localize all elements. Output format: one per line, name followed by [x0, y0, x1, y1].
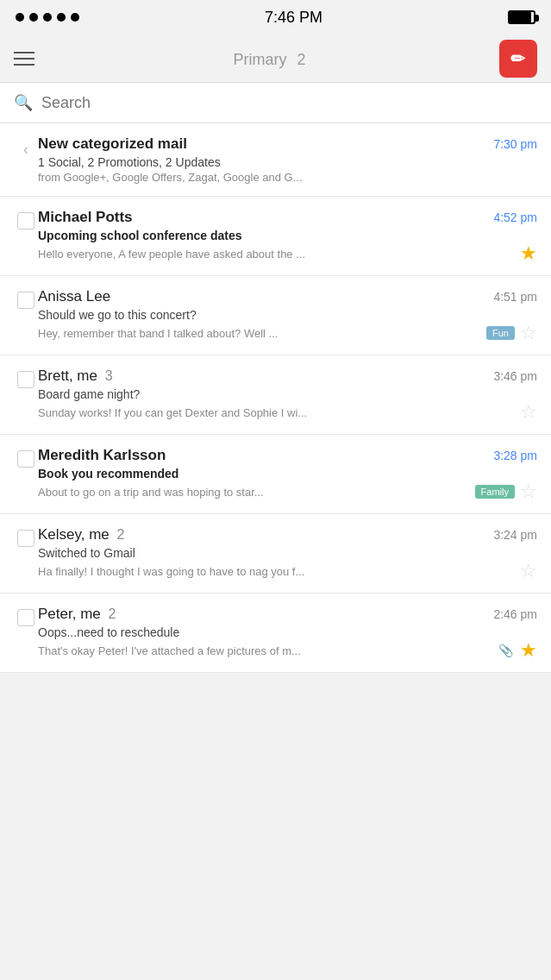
sender-name: Brett, me 3 [38, 368, 113, 385]
email-content: Michael Potts 4:52 pm Upcoming school co… [38, 209, 537, 263]
email-time: 2:46 pm [493, 607, 537, 621]
email-checkbox[interactable] [17, 530, 34, 547]
email-checkbox[interactable] [17, 371, 34, 388]
hamburger-line-3 [14, 64, 34, 66]
email-subject: Oops...need to reschedule [38, 625, 537, 639]
email-time: 3:24 pm [493, 528, 537, 542]
signal-dots [16, 13, 79, 22]
page-title: Primary 2 [228, 47, 305, 70]
signal-dot-4 [57, 13, 66, 22]
checkbox-area[interactable] [14, 606, 38, 626]
email-checkbox[interactable] [17, 212, 34, 229]
notification-time: 7:30 pm [493, 137, 537, 151]
chevron-left-icon: ‹ [14, 135, 38, 159]
email-preview: Hello everyone, A few people have asked … [38, 248, 513, 261]
star-button[interactable]: ☆ [520, 324, 537, 342]
email-preview-row: Sunday works! If you can get Dexter and … [38, 403, 537, 422]
email-subject: Upcoming school conference dates [38, 229, 537, 242]
checkbox-area[interactable] [14, 368, 38, 388]
email-preview: Sunday works! If you can get Dexter and … [38, 406, 513, 419]
email-row[interactable]: Michael Potts 4:52 pm Upcoming school co… [0, 197, 551, 276]
email-time: 3:46 pm [493, 369, 537, 383]
email-time: 4:52 pm [493, 210, 537, 224]
email-actions: 📎 ★ [498, 641, 537, 660]
notification-row[interactable]: ‹ New categorized mail 7:30 pm 1 Social,… [0, 123, 551, 197]
sender-name: Anissa Lee [38, 288, 110, 305]
tag-badge: Family [475, 485, 515, 499]
signal-dot-5 [71, 13, 79, 22]
battery-icon [508, 10, 535, 24]
star-button[interactable]: ★ [520, 244, 537, 263]
email-preview: About to go on a trip and was hoping to … [38, 486, 468, 499]
star-button[interactable]: ★ [520, 641, 537, 660]
email-checkbox[interactable] [17, 292, 34, 309]
notification-preview: from Google+, Google Offers, Zagat, Goog… [38, 171, 537, 184]
email-list: ‹ New categorized mail 7:30 pm 1 Social,… [0, 123, 551, 673]
email-time: 4:51 pm [493, 290, 537, 304]
email-row[interactable]: Peter, me 2 2:46 pm Oops...need to resch… [0, 594, 551, 673]
email-content: Peter, me 2 2:46 pm Oops...need to resch… [38, 606, 537, 660]
email-checkbox[interactable] [17, 450, 34, 468]
hamburger-line-1 [14, 52, 34, 53]
email-header: Meredith Karlsson 3:28 pm [38, 447, 537, 464]
sender-count: 2 [117, 527, 125, 542]
email-content: Brett, me 3 3:46 pm Board game night? Su… [38, 368, 537, 422]
email-row[interactable]: Brett, me 3 3:46 pm Board game night? Su… [0, 355, 551, 435]
notification-subject: 1 Social, 2 Promotions, 2 Updates [38, 155, 537, 169]
notification-header: New categorized mail 7:30 pm [38, 135, 537, 153]
email-header: Brett, me 3 3:46 pm [38, 368, 537, 385]
email-preview-row: Ha finally! I thought I was going to hav… [38, 562, 537, 581]
email-content: Meredith Karlsson 3:28 pm Book you recom… [38, 447, 537, 501]
email-checkbox[interactable] [17, 609, 34, 626]
email-subject: Should we go to this concert? [38, 308, 537, 322]
email-actions: ☆ [520, 403, 537, 422]
email-actions: Family ☆ [475, 482, 537, 501]
email-row[interactable]: Meredith Karlsson 3:28 pm Book you recom… [0, 435, 551, 514]
email-actions: ☆ [520, 562, 537, 581]
checkbox-area[interactable] [14, 209, 38, 229]
email-actions: Fun ☆ [486, 324, 537, 342]
status-time: 7:46 PM [265, 9, 322, 27]
status-bar: 7:46 PM [0, 0, 551, 35]
search-icon: 🔍 [14, 93, 33, 112]
sender-count: 2 [108, 606, 116, 621]
email-preview-row: About to go on a trip and was hoping to … [38, 482, 537, 501]
star-button[interactable]: ☆ [520, 562, 537, 581]
notification-sender: New categorized mail [38, 135, 187, 153]
attachment-icon: 📎 [498, 644, 513, 657]
checkbox-area[interactable] [14, 526, 38, 547]
search-bar[interactable]: 🔍 [0, 83, 551, 123]
email-subject: Board game night? [38, 387, 537, 401]
email-header: Michael Potts 4:52 pm [38, 209, 537, 226]
signal-dot-2 [29, 13, 38, 22]
email-actions: ★ [520, 244, 537, 263]
battery-fill [510, 12, 531, 22]
compose-button[interactable]: ✏ [499, 40, 537, 78]
email-subject: Book you recommended [38, 467, 537, 481]
email-subject: Switched to Gmail [38, 546, 537, 560]
email-preview: That's okay Peter! I've attached a few p… [38, 644, 492, 657]
email-preview: Hey, remember that band I talked about? … [38, 327, 479, 340]
email-time: 3:28 pm [493, 449, 537, 462]
email-row[interactable]: Kelsey, me 2 3:24 pm Switched to Gmail H… [0, 514, 551, 594]
email-preview-row: That's okay Peter! I've attached a few p… [38, 641, 537, 660]
menu-button[interactable] [14, 52, 34, 66]
sender-name: Kelsey, me 2 [38, 526, 124, 543]
sender-name: Meredith Karlsson [38, 447, 166, 464]
star-button[interactable]: ☆ [520, 482, 537, 501]
email-content: Anissa Lee 4:51 pm Should we go to this … [38, 288, 537, 342]
sender-name: Michael Potts [38, 209, 133, 226]
sender-name: Peter, me 2 [38, 606, 116, 623]
checkbox-area[interactable] [14, 288, 38, 309]
email-preview-row: Hey, remember that band I talked about? … [38, 324, 537, 342]
email-row[interactable]: Anissa Lee 4:51 pm Should we go to this … [0, 276, 551, 355]
notification-content: New categorized mail 7:30 pm 1 Social, 2… [38, 135, 537, 184]
signal-dot-3 [43, 13, 52, 22]
tag-badge: Fun [486, 326, 515, 340]
search-input[interactable] [41, 94, 537, 112]
checkbox-area[interactable] [14, 447, 38, 468]
star-button[interactable]: ☆ [520, 403, 537, 422]
email-header: Kelsey, me 2 3:24 pm [38, 526, 537, 543]
compose-icon: ✏ [510, 50, 525, 67]
email-content: Kelsey, me 2 3:24 pm Switched to Gmail H… [38, 526, 537, 581]
